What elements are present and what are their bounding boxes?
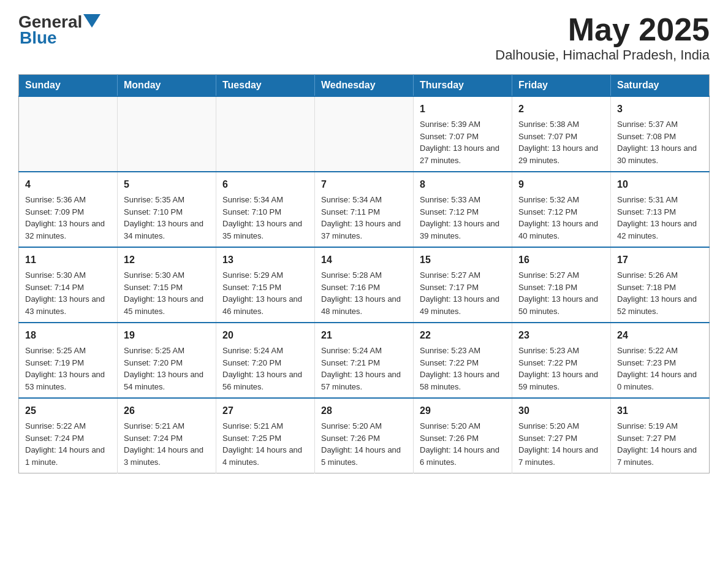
day-number: 24	[617, 328, 703, 343]
day-number: 22	[420, 328, 506, 343]
calendar-cell: 22Sunrise: 5:23 AMSunset: 7:22 PMDayligh…	[414, 323, 512, 398]
day-info-line: Sunset: 7:08 PM	[617, 131, 703, 143]
day-info-line: Sunrise: 5:29 AM	[222, 269, 308, 282]
page-header: General Blue May 2025 Dalhousie, Himacha…	[18, 12, 710, 63]
day-info-line: Sunrise: 5:26 AM	[617, 269, 703, 282]
day-number: 2	[518, 102, 604, 117]
day-number: 18	[25, 328, 111, 343]
day-info-line: Daylight: 13 hours and 34 minutes.	[124, 218, 210, 242]
day-number: 13	[222, 253, 308, 267]
day-info-line: Sunrise: 5:34 AM	[222, 194, 308, 206]
calendar-cell: 15Sunrise: 5:27 AMSunset: 7:17 PMDayligh…	[414, 247, 512, 323]
calendar-cell: 29Sunrise: 5:20 AMSunset: 7:26 PMDayligh…	[414, 398, 512, 473]
day-info-line: Daylight: 13 hours and 58 minutes.	[420, 369, 506, 393]
day-info-line: Sunrise: 5:30 AM	[25, 269, 111, 282]
day-info-line: Daylight: 13 hours and 39 minutes.	[420, 218, 506, 242]
day-number: 4	[25, 177, 111, 192]
day-info-line: Sunset: 7:27 PM	[617, 432, 703, 445]
logo: General Blue	[18, 12, 100, 48]
day-info-line: Sunrise: 5:38 AM	[518, 118, 604, 131]
day-info-line: Sunrise: 5:19 AM	[617, 420, 703, 432]
calendar-cell: 13Sunrise: 5:29 AMSunset: 7:15 PMDayligh…	[216, 247, 315, 323]
day-info-line: Daylight: 13 hours and 57 minutes.	[321, 369, 407, 393]
day-info-line: Sunset: 7:26 PM	[420, 432, 506, 445]
day-info-line: Sunrise: 5:23 AM	[420, 345, 506, 357]
weekday-header-tuesday: Tuesday	[216, 75, 315, 97]
day-info-line: Sunrise: 5:32 AM	[518, 194, 604, 206]
day-info-line: Sunrise: 5:20 AM	[321, 420, 407, 432]
day-info-line: Sunrise: 5:35 AM	[124, 194, 210, 206]
day-info-line: Sunrise: 5:28 AM	[321, 269, 407, 282]
day-info-line: Sunset: 7:11 PM	[321, 206, 407, 218]
day-number: 8	[420, 177, 506, 192]
day-info-line: Daylight: 13 hours and 46 minutes.	[222, 293, 308, 317]
weekday-header-saturday: Saturday	[611, 75, 710, 97]
day-info-line: Daylight: 14 hours and 1 minute.	[25, 444, 111, 468]
day-info-line: Daylight: 13 hours and 59 minutes.	[518, 369, 604, 393]
day-number: 6	[222, 177, 308, 192]
day-number: 7	[321, 177, 407, 192]
calendar-table: SundayMondayTuesdayWednesdayThursdayFrid…	[18, 74, 710, 473]
calendar-cell: 17Sunrise: 5:26 AMSunset: 7:18 PMDayligh…	[611, 247, 710, 323]
calendar-cell: 21Sunrise: 5:24 AMSunset: 7:21 PMDayligh…	[315, 323, 414, 398]
day-info-line: Sunrise: 5:34 AM	[321, 194, 407, 206]
logo-triangle-icon	[83, 14, 100, 31]
calendar-cell: 14Sunrise: 5:28 AMSunset: 7:16 PMDayligh…	[315, 247, 414, 323]
calendar-cell: 12Sunrise: 5:30 AMSunset: 7:15 PMDayligh…	[118, 247, 216, 323]
day-info-line: Sunrise: 5:25 AM	[124, 345, 210, 357]
day-info-line: Sunrise: 5:21 AM	[124, 420, 210, 432]
calendar-cell: 7Sunrise: 5:34 AMSunset: 7:11 PMDaylight…	[315, 172, 414, 247]
day-info-line: Daylight: 14 hours and 7 minutes.	[617, 444, 703, 468]
title-block: May 2025 Dalhousie, Himachal Pradesh, In…	[495, 12, 710, 63]
calendar-cell: 19Sunrise: 5:25 AMSunset: 7:20 PMDayligh…	[118, 323, 216, 398]
day-info-line: Sunset: 7:18 PM	[518, 282, 604, 294]
day-number: 30	[518, 404, 604, 418]
day-info-line: Sunset: 7:20 PM	[124, 357, 210, 369]
weekday-header-friday: Friday	[512, 75, 611, 97]
calendar-cell: 3Sunrise: 5:37 AMSunset: 7:08 PMDaylight…	[611, 96, 710, 172]
day-info-line: Sunset: 7:24 PM	[124, 432, 210, 445]
day-info-line: Sunset: 7:16 PM	[321, 282, 407, 294]
day-info-line: Sunset: 7:13 PM	[617, 206, 703, 218]
calendar-cell: 25Sunrise: 5:22 AMSunset: 7:24 PMDayligh…	[19, 398, 118, 473]
day-number: 5	[124, 177, 210, 192]
day-info-line: Daylight: 13 hours and 50 minutes.	[518, 293, 604, 317]
day-info-line: Sunrise: 5:30 AM	[124, 269, 210, 282]
day-info-line: Sunset: 7:21 PM	[321, 357, 407, 369]
day-number: 25	[25, 404, 111, 418]
day-info-line: Sunset: 7:24 PM	[25, 432, 111, 445]
calendar-cell: 30Sunrise: 5:20 AMSunset: 7:27 PMDayligh…	[512, 398, 611, 473]
calendar-body: 1Sunrise: 5:39 AMSunset: 7:07 PMDaylight…	[19, 96, 710, 473]
calendar-cell	[118, 96, 216, 172]
logo-blue: Blue	[20, 28, 57, 47]
weekday-header-sunday: Sunday	[19, 75, 118, 97]
calendar-cell: 11Sunrise: 5:30 AMSunset: 7:14 PMDayligh…	[19, 247, 118, 323]
day-number: 9	[518, 177, 604, 192]
day-number: 29	[420, 404, 506, 418]
calendar-cell: 5Sunrise: 5:35 AMSunset: 7:10 PMDaylight…	[118, 172, 216, 247]
day-info-line: Daylight: 13 hours and 54 minutes.	[124, 369, 210, 393]
day-info-line: Daylight: 13 hours and 37 minutes.	[321, 218, 407, 242]
calendar-week-row: 1Sunrise: 5:39 AMSunset: 7:07 PMDaylight…	[19, 96, 710, 172]
day-info-line: Sunset: 7:26 PM	[321, 432, 407, 445]
calendar-cell: 31Sunrise: 5:19 AMSunset: 7:27 PMDayligh…	[611, 398, 710, 473]
day-info-line: Sunset: 7:22 PM	[420, 357, 506, 369]
calendar-week-row: 25Sunrise: 5:22 AMSunset: 7:24 PMDayligh…	[19, 398, 710, 473]
calendar-cell	[315, 96, 414, 172]
weekday-header-row: SundayMondayTuesdayWednesdayThursdayFrid…	[19, 75, 710, 97]
day-info-line: Daylight: 13 hours and 53 minutes.	[25, 369, 111, 393]
calendar-week-row: 11Sunrise: 5:30 AMSunset: 7:14 PMDayligh…	[19, 247, 710, 323]
day-number: 10	[617, 177, 703, 192]
svg-marker-0	[83, 14, 100, 28]
day-info-line: Sunrise: 5:23 AM	[518, 345, 604, 357]
day-info-line: Daylight: 13 hours and 32 minutes.	[25, 218, 111, 242]
day-number: 17	[617, 253, 703, 267]
day-number: 31	[617, 404, 703, 418]
day-info-line: Sunset: 7:17 PM	[420, 282, 506, 294]
calendar-cell	[216, 96, 315, 172]
day-info-line: Daylight: 13 hours and 56 minutes.	[222, 369, 308, 393]
day-info-line: Sunrise: 5:27 AM	[518, 269, 604, 282]
day-info-line: Sunset: 7:25 PM	[222, 432, 308, 445]
day-info-line: Sunset: 7:19 PM	[25, 357, 111, 369]
day-number: 3	[617, 102, 703, 117]
